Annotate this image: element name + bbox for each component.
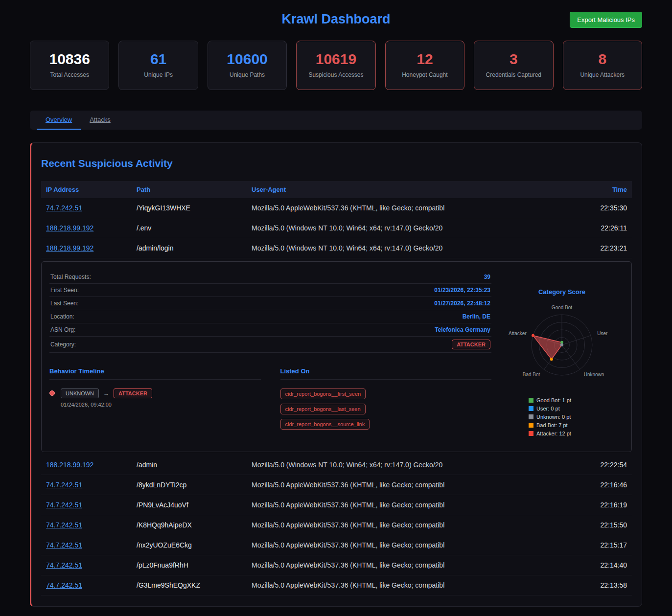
ip-cell: 188.218.99.192 — [41, 220, 132, 236]
top-bar: Krawl Dashboard Export Malicious IPs — [0, 0, 672, 34]
table-row[interactable]: 74.7.242.51 /G3Lme9ShEQgXKZ Mozilla/5.0 … — [41, 575, 632, 595]
ip-address-link[interactable]: 188.218.99.192 — [46, 461, 93, 469]
time-cell: 22:16:46 — [563, 477, 632, 493]
detail-field-row: Location: Berlin, DE — [49, 310, 491, 323]
ip-cell: 74.7.242.51 — [41, 497, 132, 513]
path-cell: /nx2yUOZuE6Ckg — [132, 537, 247, 553]
ip-address-link[interactable]: 74.7.242.51 — [46, 204, 82, 212]
time-cell: 22:15:17 — [563, 537, 632, 553]
stat-label: Total Accesses — [34, 71, 105, 78]
detail-fields: Total Requests: 39 First Seen: 01/23/202… — [49, 271, 491, 353]
table-row[interactable]: 74.7.242.51 /8ykdLnDYTi2cp Mozilla/5.0 A… — [41, 475, 632, 495]
export-malicious-ips-button[interactable]: Export Malicious IPs — [570, 12, 642, 28]
table-row[interactable]: 188.218.99.192 /admin/login Mozilla/5.0 … — [41, 238, 632, 258]
chart-title: Category Score — [500, 288, 624, 296]
time-cell: 22:14:40 — [563, 557, 632, 573]
detail-field-row: Last Seen: 01/27/2026, 22:48:12 — [49, 297, 491, 310]
time-cell: 22:26:11 — [563, 220, 632, 236]
stat-value: 3 — [478, 51, 549, 67]
table-row[interactable]: 74.7.242.51 /YiqykGI13WHXE Mozilla/5.0 A… — [41, 198, 632, 218]
svg-text:Bad Bot: Bad Bot — [523, 372, 540, 377]
stat-label: Unique Paths — [212, 71, 282, 78]
table-row[interactable]: 74.7.242.51 /pLz0Fnua9fRhH Mozilla/5.0 A… — [41, 555, 632, 575]
legend-label: Unknown: 0 pt — [536, 414, 571, 420]
page-title: Krawl Dashboard — [30, 12, 642, 27]
user-agent-cell: Mozilla/5.0 AppleWebKit/537.36 (KHTML, l… — [247, 577, 563, 593]
user-agent-cell: Mozilla/5.0 AppleWebKit/537.36 (KHTML, l… — [247, 557, 563, 573]
behavior-timeline-section: Behavior Timeline UNKNOWN → ATTACKER — [49, 367, 261, 430]
column-header-ip: IP Address — [41, 181, 132, 198]
time-cell: 22:16:19 — [563, 497, 632, 513]
legend-entry: Bad Bot: 7 pt — [529, 422, 624, 428]
table-row[interactable]: 188.218.99.192 /admin Mozilla/5.0 (Windo… — [41, 455, 632, 475]
ip-address-link[interactable]: 74.7.242.51 — [46, 501, 82, 509]
ip-cell: 74.7.242.51 — [41, 477, 132, 493]
listed-on-badge[interactable]: cidr_report_bogons__first_seen — [280, 388, 366, 399]
stat-card-unique-paths: 10600 Unique Paths — [208, 41, 287, 90]
stat-card-credentials-captured: 3 Credentials Captured — [474, 41, 553, 90]
ip-address-link[interactable]: 188.218.99.192 — [46, 224, 93, 232]
stat-card-honeypot-caught: 12 Honeypot Caught — [385, 41, 464, 90]
detail-field-value: Berlin, DE — [463, 313, 490, 320]
user-agent-cell: Mozilla/5.0 AppleWebKit/537.36 (KHTML, l… — [247, 537, 563, 553]
ip-cell: 188.218.99.192 — [41, 456, 132, 473]
table-row[interactable]: 74.7.242.51 /nx2yUOZuE6Ckg Mozilla/5.0 A… — [41, 535, 632, 555]
svg-text:Good Bot: Good Bot — [552, 305, 572, 310]
detail-sections: Behavior Timeline UNKNOWN → ATTACKER — [49, 367, 491, 430]
ip-address-link[interactable]: 74.7.242.51 — [46, 541, 82, 549]
path-cell: /8ykdLnDYTi2cp — [132, 477, 247, 493]
ip-cell: 74.7.242.51 — [41, 517, 132, 533]
ip-cell: 188.218.99.192 — [41, 240, 132, 256]
timeline-date: 01/24/2026, 09:42:00 — [61, 402, 152, 408]
legend-swatch-icon — [529, 414, 533, 419]
ip-cell: 74.7.242.51 — [41, 557, 132, 573]
listed-on-badge[interactable]: cidr_report_bogons__last_seen — [280, 404, 366, 414]
stat-value: 10600 — [212, 51, 282, 67]
stat-card-unique-attackers: 8 Unique Attackers — [563, 41, 642, 90]
arrow-right-icon: → — [103, 390, 109, 397]
listed-on-badge[interactable]: cidr_report_bogons__source_link — [280, 419, 370, 430]
user-agent-cell: Mozilla/5.0 (Windows NT 10.0; Win64; x64… — [247, 220, 563, 236]
listed-badges: cidr_report_bogons__first_seen cidr_repo… — [280, 388, 442, 430]
user-agent-cell: Mozilla/5.0 (Windows NT 10.0; Win64; x64… — [247, 240, 563, 256]
time-cell: 22:35:30 — [563, 200, 632, 216]
ip-address-link[interactable]: 74.7.242.51 — [46, 581, 82, 589]
legend-swatch-icon — [529, 406, 533, 411]
ip-cell: 74.7.242.51 — [41, 200, 132, 216]
user-agent-cell: Mozilla/5.0 AppleWebKit/537.36 (KHTML, l… — [247, 497, 563, 513]
radar-chart-svg: Good BotUserUnknownBad BotAttacker — [500, 297, 624, 389]
ip-address-link[interactable]: 74.7.242.51 — [46, 481, 82, 489]
ip-address-link[interactable]: 74.7.242.51 — [46, 561, 82, 569]
chart-legend: Good Bot: 1 pt User: 0 pt Unknown: 0 pt … — [500, 397, 624, 436]
table-row[interactable]: 74.7.242.51 /K8HQq9hAipeDX Mozilla/5.0 A… — [41, 515, 632, 535]
user-agent-cell: Mozilla/5.0 AppleWebKit/537.36 (KHTML, l… — [247, 477, 563, 493]
time-cell: 22:23:21 — [563, 240, 632, 256]
table-row[interactable]: 188.218.99.192 /.env Mozilla/5.0 (Window… — [41, 218, 632, 238]
user-agent-cell: Mozilla/5.0 AppleWebKit/537.36 (KHTML, l… — [247, 200, 563, 216]
table-row[interactable]: 74.7.242.51 /PN9LvAcJ4uoVf Mozilla/5.0 A… — [41, 495, 632, 515]
column-header-time: Time — [563, 181, 632, 198]
panel-title: Recent Suspicious Activity — [41, 158, 632, 169]
table-rows-bottom: 188.218.99.192 /admin Mozilla/5.0 (Windo… — [41, 455, 632, 595]
ip-address-link[interactable]: 74.7.242.51 — [46, 521, 82, 529]
stat-value: 10836 — [34, 51, 105, 67]
stat-label: Honeypot Caught — [390, 71, 460, 78]
timeline-from-badge: UNKNOWN — [61, 388, 99, 398]
timeline-to-badge: ATTACKER — [114, 388, 152, 398]
legend-label: Good Bot: 1 pt — [536, 397, 571, 403]
stat-card-unique-ips: 61 Unique IPs — [118, 41, 198, 90]
legend-entry: Attacker: 12 pt — [529, 431, 624, 436]
path-cell: /PN9LvAcJ4uoVf — [132, 497, 247, 513]
tab-attacks[interactable]: Attacks — [81, 111, 119, 130]
detail-field-value: 39 — [484, 274, 490, 280]
detail-field-row: Total Requests: 39 — [49, 271, 491, 284]
stat-label: Unique Attackers — [567, 71, 638, 78]
legend-label: User: 0 pt — [536, 406, 560, 411]
listed-on-title: Listed On — [280, 367, 492, 380]
ip-address-link[interactable]: 188.218.99.192 — [46, 244, 93, 252]
time-cell: 22:13:58 — [563, 577, 632, 593]
tab-overview[interactable]: Overview — [37, 111, 81, 130]
table-rows-top: 74.7.242.51 /YiqykGI13WHXE Mozilla/5.0 A… — [41, 198, 632, 258]
detail-field-value: 01/27/2026, 22:48:12 — [434, 300, 490, 307]
detail-field-label: Category: — [50, 341, 76, 348]
